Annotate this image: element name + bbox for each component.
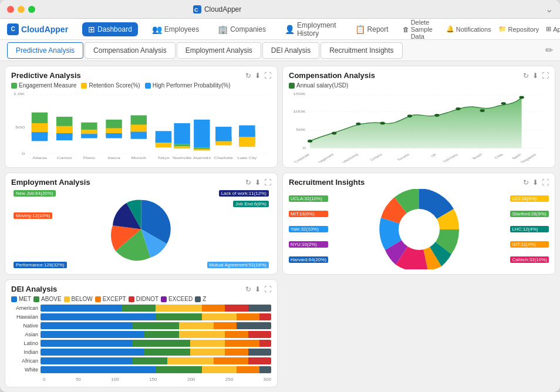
employment-donut-svg: [11, 189, 271, 269]
legend-retention: Retention Score(%): [81, 82, 140, 89]
svg-text:100K: 100K: [293, 110, 306, 113]
employment-label-newjob: New Job:64(20%): [14, 190, 56, 197]
svg-text:Itasca: Itasca: [108, 157, 121, 160]
svg-point-59: [380, 121, 385, 124]
maximize-button[interactable]: [28, 6, 35, 13]
refresh-icon[interactable]: ↻: [245, 285, 251, 293]
predictive-actions: ↻ ⬇ ⛶: [245, 72, 271, 80]
dei-actions: ↻ ⬇ ⛶: [245, 285, 271, 293]
dei-header: DEI Analysis ↻ ⬇ ⛶: [11, 285, 271, 293]
download-icon[interactable]: ⬇: [255, 285, 261, 293]
delete-sample-data[interactable]: 🗑 Delete Sample Data: [403, 19, 439, 40]
svg-text:Munich: Munich: [131, 157, 147, 160]
expand-icon[interactable]: ⛶: [542, 72, 549, 80]
tab-recruitment[interactable]: Recruitment Insights: [321, 42, 402, 59]
nav-employees[interactable]: 👥 Employees: [147, 22, 204, 36]
top-navigation: C CloudApper ⊞ Dashboard 👥 Employees 🏢 C…: [0, 19, 560, 40]
predictive-legend: Engagement Measure Retention Score(%) Hi…: [11, 82, 271, 89]
dei-chart: American Hawaiian: [11, 305, 271, 382]
compensation-header: Compensation Analysis ↻ ⬇ ⛶: [289, 71, 549, 80]
dei-seg: [144, 349, 191, 356]
main-window: C CloudApper ⌄ C CloudApper ⊞ Dashboard …: [0, 0, 560, 392]
svg-text:Nashville: Nashville: [173, 157, 192, 160]
tab-employment[interactable]: Employment Analysis: [177, 42, 261, 59]
dei-analysis-card: DEI Analysis ↻ ⬇ ⛶ MET ABOVE BELOW EXCEP…: [5, 279, 278, 387]
employment-label-mutual: Mutual Agreement:52(18%): [207, 262, 269, 268]
legend-salary: Annual salary(USD): [289, 82, 348, 89]
label-uci: UCI:18(6%): [510, 195, 549, 202]
repository[interactable]: 📁 Repository: [498, 25, 539, 33]
recruitment-left-labels: UCLA:32(10%) MIT:18(6%) Yale:32(10%) NYU…: [289, 189, 328, 269]
history-icon: 👤: [285, 25, 295, 34]
retention-dot: [81, 83, 87, 89]
label-nyu: NYU:10(2%): [289, 241, 328, 248]
expand-icon[interactable]: ⛶: [264, 178, 271, 187]
legend-exceed: EXCEED: [161, 296, 193, 302]
expand-icon[interactable]: ⛶: [264, 285, 271, 293]
apps[interactable]: ⊞ Apps: [546, 25, 560, 33]
svg-text:Management: Management: [312, 153, 335, 163]
legend-below: BELOW: [64, 296, 93, 302]
svg-text:Atamishi: Atamishi: [193, 157, 211, 160]
svg-text:150K: 150K: [293, 92, 306, 96]
svg-text:Canton: Canton: [57, 157, 72, 160]
dei-seg: [179, 322, 214, 329]
svg-point-60: [407, 114, 412, 117]
performer-dot: [145, 83, 151, 89]
predictive-analysis-card: Predictive Analysis ↻ ⬇ ⛶ Engagement Mea…: [5, 66, 278, 168]
minimize-button[interactable]: [18, 6, 25, 13]
label-mit: MIT:18(6%): [289, 211, 328, 217]
download-icon[interactable]: ⬇: [255, 178, 261, 187]
tab-compensation[interactable]: Compensation Analysis: [85, 42, 176, 59]
close-button[interactable]: [7, 6, 14, 13]
dei-seg: [156, 305, 202, 312]
expand-icon[interactable]: ⛶: [264, 72, 271, 80]
dei-seg: [259, 366, 271, 373]
svg-point-77: [399, 209, 440, 250]
label-ucla: UCLA:32(10%): [289, 195, 328, 202]
refresh-icon[interactable]: ↻: [245, 178, 251, 187]
dei-seg: [248, 331, 271, 338]
svg-point-57: [332, 132, 336, 135]
dei-bars-white: [41, 366, 271, 373]
svg-text:Corporate: Corporate: [293, 153, 312, 163]
nav-dashboard[interactable]: ⊞ Dashboard: [82, 22, 138, 36]
nav-employment-history[interactable]: 👤 Employment History: [280, 19, 341, 40]
svg-rect-36: [239, 137, 255, 147]
dei-seg: [248, 305, 271, 312]
dei-seg: [41, 331, 144, 338]
dei-seg: [41, 340, 133, 347]
dei-seg: [156, 313, 203, 320]
dei-row-latino: Latino: [11, 340, 271, 347]
legend-engagement: Engagement Measure: [11, 82, 76, 89]
dei-seg: [41, 357, 133, 364]
download-icon[interactable]: ⬇: [532, 178, 538, 187]
tab-predictive[interactable]: Predictive Analysis: [7, 42, 83, 59]
download-icon[interactable]: ⬇: [255, 72, 261, 80]
svg-text:C: C: [194, 7, 198, 13]
download-icon[interactable]: ⬇: [532, 72, 538, 80]
refresh-icon[interactable]: ↻: [245, 72, 251, 80]
svg-text:0: 0: [22, 152, 25, 156]
engagement-dot: [11, 83, 17, 89]
expand-icon[interactable]: ⛶: [542, 178, 549, 187]
report-icon: 📋: [355, 25, 365, 34]
tab-dei[interactable]: DEI Analysis: [262, 42, 319, 59]
label-yale: Yale:32(10%): [289, 226, 328, 232]
tab-edit-icon[interactable]: ✏: [545, 45, 553, 56]
predictive-svg: 1.0K 500 0: [11, 91, 271, 163]
window-collapse-icon[interactable]: ⌄: [545, 4, 553, 15]
nav-report[interactable]: 📋 Report: [350, 22, 393, 36]
compensation-analysis-card: Compensation Analysis ↻ ⬇ ⛶ Annual salar…: [282, 66, 555, 168]
main-content: Predictive Analysis ↻ ⬇ ⛶ Engagement Mea…: [0, 61, 560, 392]
nav-companies[interactable]: 🏢 Companies: [213, 22, 271, 36]
legend-z: Z: [195, 296, 206, 302]
refresh-icon[interactable]: ↻: [523, 72, 529, 80]
refresh-icon[interactable]: ↻: [523, 178, 529, 187]
employment-actions: ↻ ⬇ ⛶: [245, 178, 271, 187]
svg-text:Chile: Chile: [493, 153, 504, 159]
dei-seg: [179, 331, 225, 338]
dei-label-white: White: [11, 367, 41, 373]
dei-seg: [237, 313, 259, 320]
notifications[interactable]: 🔔 Notifications: [446, 25, 491, 33]
